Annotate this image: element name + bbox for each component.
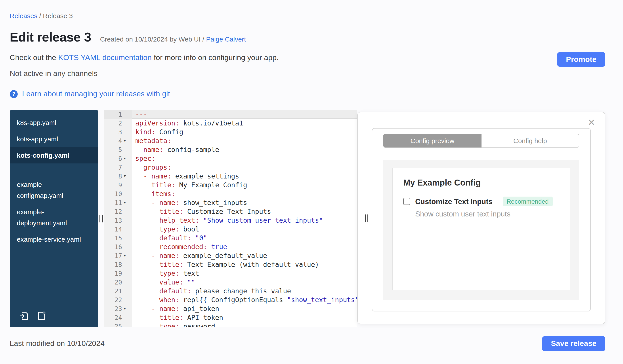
- code-line-content: title: My Example Config: [132, 181, 247, 189]
- line-number: 3: [104, 128, 122, 137]
- code-line-content: default: please change this value: [132, 287, 291, 296]
- code-line-7[interactable]: 7 groups:: [104, 163, 357, 172]
- gutter-cell: 6▾: [104, 154, 132, 163]
- preview-resize-handle[interactable]: [364, 212, 369, 223]
- gutter-cell: 20: [104, 278, 132, 287]
- code-line-19[interactable]: 19 type: text: [104, 269, 357, 278]
- line-number: 5: [104, 145, 122, 154]
- sidebar-file-kots-app.yaml[interactable]: kots-app.yaml: [10, 131, 98, 147]
- gutter-cell: 1: [104, 110, 132, 119]
- line-number: 16: [104, 243, 122, 251]
- code-line-4[interactable]: 4▾metadata:: [104, 137, 357, 145]
- code-line-17[interactable]: 17▾ - name: example_default_value: [104, 251, 357, 260]
- author-link[interactable]: Paige Calvert: [206, 35, 246, 43]
- code-line-10[interactable]: 10 items:: [104, 189, 357, 198]
- tab-config-preview[interactable]: Config preview: [383, 134, 482, 147]
- git-releases-link[interactable]: Learn about managing your releases with …: [22, 89, 170, 99]
- line-number: 6: [104, 154, 122, 163]
- sidebar-file-example-deployment.yaml[interactable]: example-deployment.yaml: [10, 204, 98, 231]
- code-line-5[interactable]: 5 name: config-sample: [104, 145, 357, 154]
- new-file-button[interactable]: [36, 311, 47, 321]
- code-line-24[interactable]: 24 title: API token: [104, 313, 357, 322]
- fold-arrow-icon[interactable]: ▾: [122, 172, 131, 181]
- resize-bar: [102, 215, 103, 222]
- code-line-23[interactable]: 23▾ - name: api_token: [104, 304, 357, 313]
- sidebar-resize-handle[interactable]: [99, 213, 104, 224]
- sidebar-file-group-app: example-configmap.yamlexample-deployment…: [10, 176, 98, 247]
- code-line-15[interactable]: 15 default: "0": [104, 234, 357, 243]
- customize-text-inputs-checkbox[interactable]: [403, 198, 410, 205]
- gutter-cell: 21: [104, 287, 132, 296]
- fold-arrow-icon[interactable]: ▾: [122, 198, 131, 207]
- code-line-3[interactable]: 3kind: Config: [104, 128, 357, 137]
- gutter-cell: 9: [104, 181, 132, 189]
- code-line-11[interactable]: 11▾ - name: show_text_inputs: [104, 198, 357, 207]
- upload-file-button[interactable]: [19, 311, 29, 321]
- gutter-cell: 4▾: [104, 137, 132, 145]
- fold-arrow-icon[interactable]: ▾: [122, 137, 131, 145]
- line-number: 11: [104, 198, 122, 207]
- config-preview-card: Config preview Config help My Example Co…: [372, 128, 591, 311]
- fold-arrow-icon[interactable]: ▾: [122, 304, 131, 313]
- code-line-content: when: repl{{ ConfigOptionEquals "show_te…: [132, 296, 357, 304]
- gutter-cell: 8▾: [104, 172, 132, 181]
- page-title: Edit release 3: [10, 30, 91, 45]
- code-line-18[interactable]: 18 title: Text Example (with default val…: [104, 260, 357, 269]
- kots-yaml-docs-link[interactable]: KOTS YAML documentation: [58, 53, 152, 62]
- code-line-content: name: config-sample: [132, 145, 219, 154]
- sidebar-file-group-kots: k8s-app.yamlkots-app.yamlkots-config.yam…: [10, 114, 98, 163]
- sidebar-file-example-configmap.yaml[interactable]: example-configmap.yaml: [10, 176, 98, 204]
- line-number: 21: [104, 287, 122, 296]
- line-number: 19: [104, 269, 122, 278]
- code-line-content: default: "0": [132, 234, 207, 243]
- fold-arrow-icon[interactable]: ▾: [122, 251, 131, 260]
- gutter-cell: 12: [104, 207, 132, 216]
- line-number: 12: [104, 207, 122, 216]
- tab-config-help[interactable]: Config help: [482, 134, 579, 147]
- release-editor: k8s-app.yamlkots-app.yamlkots-config.yam…: [10, 110, 605, 327]
- line-number: 13: [104, 216, 122, 225]
- code-line-22[interactable]: 22 when: repl{{ ConfigOptionEquals "show…: [104, 296, 357, 304]
- sidebar-file-kots-config.yaml[interactable]: kots-config.yaml: [10, 147, 98, 163]
- code-line-16[interactable]: 16 recommended: true: [104, 243, 357, 251]
- line-number: 15: [104, 234, 122, 243]
- line-number: 7: [104, 163, 122, 172]
- code-line-20[interactable]: 20 value: "": [104, 278, 357, 287]
- code-line-6[interactable]: 6▾spec:: [104, 154, 357, 163]
- code-line-8[interactable]: 8▾ - name: example_settings: [104, 172, 357, 181]
- line-number: 20: [104, 278, 122, 287]
- code-line-content: spec:: [132, 154, 155, 163]
- line-number: 24: [104, 313, 122, 322]
- promote-button[interactable]: Promote: [557, 52, 605, 67]
- line-number: 14: [104, 225, 122, 234]
- last-modified-text: Last modified on 10/10/2024: [10, 339, 105, 348]
- sidebar-file-k8s-app.yaml[interactable]: k8s-app.yaml: [10, 114, 98, 131]
- fold-arrow-icon[interactable]: ▾: [122, 154, 131, 163]
- breadcrumb-releases-link[interactable]: Releases: [10, 12, 37, 20]
- sidebar-file-example-service.yaml[interactable]: example-service.yaml: [10, 231, 98, 247]
- code-line-14[interactable]: 14 type: bool: [104, 225, 357, 234]
- gutter-cell: 15: [104, 234, 132, 243]
- close-preview-icon[interactable]: ✕: [585, 117, 598, 128]
- code-line-12[interactable]: 12 title: Customize Text Inputs: [104, 207, 357, 216]
- code-line-13[interactable]: 13 help_text: "Show custom user text inp…: [104, 216, 357, 225]
- config-item-label: Customize Text Inputs: [415, 197, 492, 206]
- line-number: 8: [104, 172, 122, 181]
- yaml-code-editor[interactable]: 1---2apiVersion: kots.io/v1beta13kind: C…: [104, 110, 357, 327]
- code-line-content: title: Text Example (with default value): [132, 260, 319, 269]
- gutter-cell: 5: [104, 145, 132, 154]
- help-icon[interactable]: ?: [10, 90, 18, 98]
- code-line-content: - name: show_text_inputs: [132, 198, 247, 207]
- line-number: 25: [104, 322, 122, 327]
- docs-line: Check out the KOTS YAML documentation fo…: [10, 53, 605, 63]
- code-line-9[interactable]: 9 title: My Example Config: [104, 181, 357, 189]
- line-number: 22: [104, 296, 122, 304]
- code-line-2[interactable]: 2apiVersion: kots.io/v1beta1: [104, 119, 357, 128]
- code-line-21[interactable]: 21 default: please change this value: [104, 287, 357, 296]
- code-line-25[interactable]: 25 type: password: [104, 322, 357, 327]
- upload-file-icon: [19, 316, 29, 323]
- gutter-cell: 2: [104, 119, 132, 128]
- save-release-button[interactable]: Save release: [542, 336, 605, 351]
- breadcrumb: Releases / Release 3: [10, 12, 605, 20]
- code-line-1[interactable]: 1---: [104, 110, 357, 119]
